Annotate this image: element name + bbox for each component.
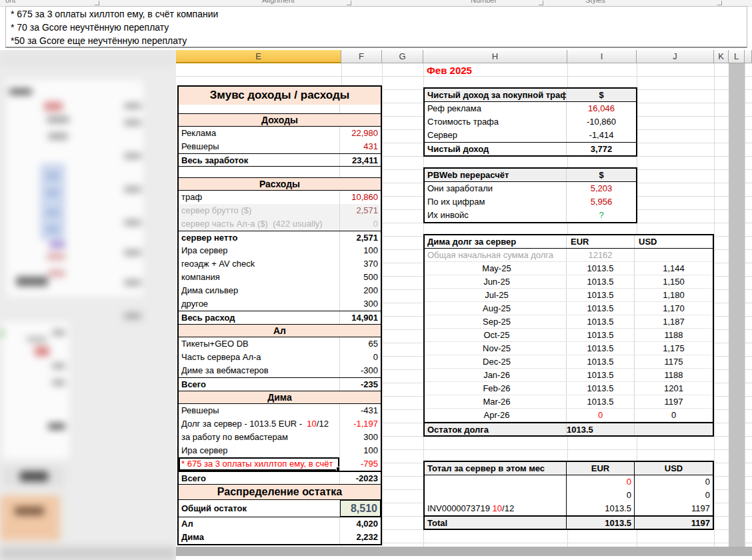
cell-value[interactable]: 65 [340, 337, 381, 351]
cell-usd[interactable]: 0 [635, 489, 713, 502]
cell-label[interactable]: Ревшеры [179, 140, 340, 153]
table-title[interactable]: PBWeb перерасчёт [425, 169, 567, 181]
cell-label[interactable]: Долг за сервер - 1013.5 EUR - 10/12 [179, 417, 340, 431]
cell-label[interactable]: INV0000073719 10/12 [425, 502, 567, 515]
cell-label[interactable]: Весь расход [179, 311, 340, 324]
cell-usd[interactable]: 1,175 [635, 342, 713, 355]
section-header[interactable]: Ал [179, 324, 381, 337]
cell-label[interactable]: Тикеты+GEO DB [179, 337, 340, 351]
cell-label[interactable]: Ира сервер [179, 244, 340, 257]
cell-label[interactable]: Дима сильвер [179, 284, 340, 297]
cell-value[interactable]: -795 [340, 457, 381, 471]
column-header-eur[interactable]: EUR [567, 462, 635, 475]
cell-value[interactable]: 0 [340, 351, 381, 364]
cell-label[interactable] [425, 475, 567, 489]
cell-eur[interactable]: 0 [567, 489, 635, 502]
cell-usd[interactable]: 1197 [635, 502, 713, 515]
cell-month[interactable]: Jul-25 [425, 289, 567, 301]
cell-label[interactable]: Их инвойс [425, 209, 567, 222]
cell-value[interactable]: 370 [340, 257, 381, 271]
cell-empty[interactable] [179, 105, 340, 113]
cell-label[interactable]: Диме за вебмастеров [179, 364, 340, 377]
cell-value[interactable]: -2023 [340, 472, 381, 484]
cell-eur[interactable]: 1013.5 [567, 369, 635, 381]
table-title[interactable]: Чистый доход за покупной траф [425, 89, 567, 101]
cell-label[interactable]: другое [179, 297, 340, 311]
section-header[interactable]: Расходы [179, 177, 381, 191]
cell-value[interactable]: 5,956 [567, 195, 636, 209]
cell-month[interactable]: Aug-25 [425, 302, 567, 315]
cell-label[interactable]: Чистый доход [425, 143, 567, 155]
cell-value[interactable]: 14,901 [340, 311, 381, 324]
cell-label[interactable]: Всего [179, 378, 340, 391]
cell-value[interactable]: 22,980 [340, 127, 381, 140]
cell-label[interactable]: По их цифрам [425, 195, 567, 209]
cell-eur[interactable]: 1013.5 [567, 502, 635, 515]
dialog-launcher-icon[interactable] [95, 1, 99, 5]
cell-value[interactable] [635, 249, 713, 261]
cell-value[interactable]: 100 [340, 244, 381, 257]
cell-value[interactable]: 2,571 [340, 204, 381, 217]
cell-month[interactable]: May-25 [425, 262, 567, 275]
cell-month[interactable]: Jun-25 [425, 275, 567, 288]
column-header-usd[interactable]: USD [635, 462, 713, 475]
cell-label[interactable]: Ревшеры [179, 404, 340, 417]
cell-empty[interactable] [179, 167, 340, 177]
cell-value[interactable]: 10,860 [340, 191, 381, 204]
cell-value[interactable]: 4,020 [340, 517, 381, 531]
cell-month[interactable]: Feb-26 [425, 382, 567, 395]
column-header-F[interactable]: F [341, 50, 382, 63]
cell-value[interactable]: 8,510 [340, 500, 381, 517]
cell-label[interactable]: Дима [179, 531, 340, 544]
cell-value[interactable]: 300 [340, 431, 381, 444]
cell-label[interactable]: геоэдж + AV check [179, 257, 340, 271]
cell-usd[interactable]: 1188 [635, 329, 713, 341]
cell-label[interactable]: Реф реклама [425, 102, 567, 115]
column-header-K[interactable]: K [714, 50, 729, 63]
cell-value[interactable]: 2,232 [340, 531, 381, 544]
cell-eur[interactable]: 0 [567, 475, 635, 489]
cell-label[interactable]: Ира сервер [179, 444, 340, 457]
cell-value[interactable]: 16,046 [567, 102, 636, 115]
cell-eur[interactable]: 1013.5 [567, 395, 635, 408]
cell-eur[interactable]: 1013.5 [567, 355, 635, 368]
cell-label[interactable]: траф [179, 191, 340, 204]
cell-value[interactable]: -1,414 [567, 129, 636, 142]
cell-label[interactable]: компания [179, 271, 340, 284]
cell-eur[interactable]: 1013.5 [567, 275, 635, 288]
cell-label[interactable]: Всего [179, 472, 340, 484]
cell-label[interactable]: * 675 за 3 оплаты хиллтоп ему, в счёт [179, 457, 340, 471]
cell-month[interactable]: Dec-25 [425, 355, 567, 368]
cell-month[interactable]: Jan-26 [425, 369, 567, 381]
column-header-usd[interactable]: USD [635, 235, 713, 248]
column-header-H[interactable]: H [423, 50, 567, 63]
cell-label[interactable]: Сервер [425, 129, 567, 142]
cell-month[interactable]: Oct-25 [425, 329, 567, 341]
cell-usd[interactable]: 1,180 [635, 289, 713, 301]
currency-header[interactable]: $ [567, 89, 636, 101]
cell-value[interactable]: 200 [340, 284, 381, 297]
grey-column-l[interactable] [729, 63, 745, 547]
table-title[interactable]: Дима долг за сервер [425, 235, 567, 248]
cell-value[interactable]: -300 [340, 364, 381, 377]
cell-value[interactable]: 3,772 [567, 143, 636, 155]
cell-label[interactable]: Они заработали [425, 182, 567, 195]
cell-label[interactable]: Часть сервера Ал-а [179, 351, 340, 364]
cell-value[interactable]: 5,203 [567, 182, 636, 195]
cell-usd[interactable]: 1,144 [635, 262, 713, 275]
cell-usd[interactable]: 1197 [635, 395, 713, 408]
section-header[interactable]: Распределение остатка [179, 484, 381, 500]
cell-usd[interactable]: 0 [635, 409, 713, 421]
cell-eur[interactable]: 1013.5 [567, 342, 635, 355]
table-title[interactable]: Тотал за сервер в этом мес [425, 462, 567, 475]
footer-eur[interactable]: 1013.5 [567, 517, 635, 529]
fill-handle[interactable] [336, 467, 340, 471]
column-header-E[interactable]: E [176, 50, 341, 63]
cell-value[interactable]: 300 [340, 297, 381, 311]
column-header-L[interactable]: L [729, 50, 745, 63]
cell-usd[interactable]: 0 [635, 475, 713, 489]
cell-value[interactable]: 2,571 [340, 231, 381, 244]
cell-label[interactable]: сервер брутто ($) [179, 204, 340, 217]
cell-eur[interactable]: 1013.5 [567, 302, 635, 315]
cell-value[interactable]: 100 [340, 444, 381, 457]
